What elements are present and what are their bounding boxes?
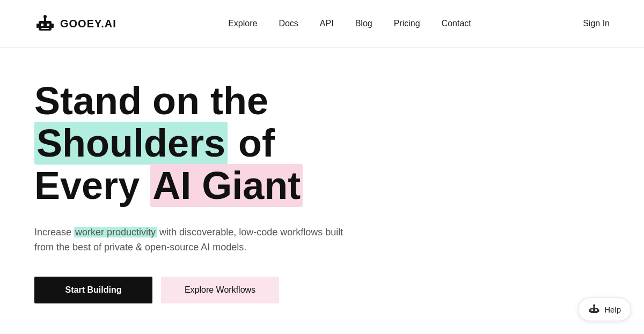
svg-rect-11 [591,309,593,311]
svg-rect-3 [41,24,43,26]
help-robot-icon [588,303,600,315]
help-widget[interactable]: Help [578,298,631,321]
nav-pricing[interactable]: Pricing [394,19,420,28]
nav-signin[interactable]: Sign In [583,19,610,28]
hero-subtext-highlight: worker productivity [74,227,157,237]
nav-api[interactable]: API [320,19,334,28]
svg-point-2 [43,15,47,18]
navbar: GOOEY.AI Explore Docs API Blog Pricing C… [0,0,644,48]
hero-heading: Stand on the Shoulders of Every AI Giant [34,80,406,207]
svg-rect-4 [47,24,49,26]
cta-buttons: Start Building Explore Workflows [34,277,406,303]
svg-rect-0 [39,21,52,31]
logo[interactable]: GOOEY.AI [34,13,116,34]
hero-heading-line2-start: Every [34,164,150,207]
start-building-button[interactable]: Start Building [34,277,152,303]
svg-point-10 [593,305,595,307]
svg-rect-12 [595,309,597,311]
hero-heading-highlight1: Shoulders [34,122,228,165]
nav-contact[interactable]: Contact [442,19,471,28]
help-label: Help [604,305,621,314]
logo-robot-icon [34,13,56,34]
logo-text: GOOEY.AI [60,18,116,30]
hero-heading-highlight2: AI Giant [150,164,303,207]
hero-subtext: Increase worker productivity with discov… [34,225,356,256]
hero-heading-part1: Stand on the [34,79,268,122]
svg-rect-13 [589,309,591,312]
nav-links: Explore Docs API Blog Pricing Contact [228,19,471,28]
svg-rect-6 [36,24,39,28]
hero-heading-part2: of [228,122,275,165]
nav-explore[interactable]: Explore [228,19,257,28]
hero-section: Stand on the Shoulders of Every AI Giant… [0,48,440,325]
svg-rect-14 [598,309,599,312]
nav-blog[interactable]: Blog [355,19,372,28]
nav-docs[interactable]: Docs [279,19,298,28]
hero-subtext-part1: Increase [34,227,74,237]
explore-workflows-button[interactable]: Explore Workflows [161,277,279,303]
svg-rect-7 [52,24,54,28]
svg-rect-5 [41,28,49,29]
